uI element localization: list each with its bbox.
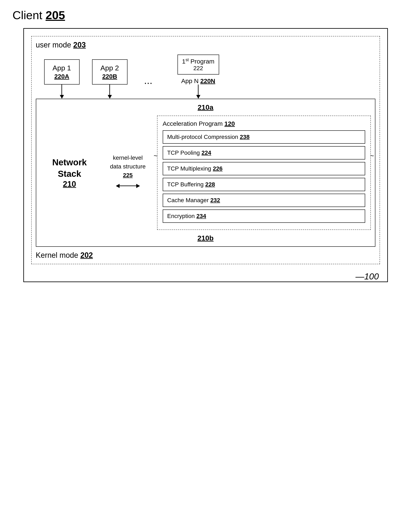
dashed-box: user mode 203 App 1 220A App 2 220B	[31, 36, 380, 264]
app2-arrow	[92, 85, 127, 99]
network-stack-col: NetworkStack 210	[40, 115, 99, 230]
module-list: Multi-protocol Compression 238 TCP Pooli…	[163, 130, 365, 223]
appn-arrow	[181, 85, 216, 99]
tilde-right-top: ~	[370, 152, 374, 160]
appn-label: App N 220N	[181, 77, 215, 85]
module-0: Multi-protocol Compression 238	[163, 130, 365, 144]
accel-title: Acceleration Program 120	[163, 120, 365, 127]
kernel-data-ref: 225	[123, 172, 133, 179]
apps-row: App 1 220A App 2 220B	[36, 55, 375, 99]
arrow-head-left	[116, 184, 120, 188]
app2-box: App 2 220B	[92, 59, 127, 85]
app1-group: App 1 220A	[44, 59, 80, 99]
module-5-name: Encryption	[167, 213, 195, 219]
module-0-ref: 238	[240, 134, 249, 140]
title-text: Client	[12, 9, 42, 22]
kernel-data-label: kernel-level data structure 225	[110, 153, 146, 180]
module-4: Cache Manager 232	[163, 194, 365, 207]
page-title: Client 205	[12, 8, 399, 22]
outer-box: user mode 203 App 1 220A App 2 220B	[23, 28, 388, 282]
module-4-ref: 232	[210, 197, 220, 204]
kernel-mode-label: Kernel mode 202	[36, 251, 375, 260]
app1-arrow	[44, 85, 80, 99]
app1-name: App 1	[51, 64, 73, 72]
interface-bottom: 210b	[40, 234, 371, 242]
module-1: TCP Pooling 224	[163, 146, 365, 160]
appn-group: 1st Program 222 App N 220N	[177, 55, 219, 99]
interface-bottom-ref: 210b	[198, 234, 214, 242]
arrow-head-right	[136, 184, 140, 188]
module-1-ref: 224	[201, 150, 211, 156]
module-1-name: TCP Pooling	[167, 150, 200, 156]
kernel-content: NetworkStack 210 kernel-level data struc…	[40, 115, 371, 230]
accel-col: ~ ~ Acceleration Program 120 Multi-proto…	[157, 115, 371, 230]
first-program-name: 1st Program	[182, 58, 215, 65]
module-2-name: TCP Multiplexing	[167, 165, 211, 172]
app1-ref: 220A	[51, 73, 73, 80]
accel-ref: 120	[224, 120, 235, 127]
network-stack-label: NetworkStack	[52, 157, 87, 180]
tilde-left-top: ~	[154, 152, 158, 160]
module-5-ref: 234	[196, 213, 206, 219]
app2-ref: 220B	[99, 73, 121, 80]
module-3-ref: 228	[205, 181, 215, 188]
interface-top: 210a	[40, 103, 371, 111]
app2-name: App 2	[99, 64, 121, 72]
app1-box: App 1 220A	[44, 59, 80, 85]
figure-number: 100	[364, 272, 379, 281]
module-3-name: TCP Buffering	[167, 181, 204, 188]
module-0-name: Multi-protocol Compression	[167, 134, 238, 140]
kernel-box: 210a NetworkStack 210 kernel-level	[36, 99, 375, 247]
horizontal-arrow	[116, 184, 140, 188]
superscript: st	[185, 57, 189, 62]
figure-label: —100	[24, 272, 387, 282]
middle-col: kernel-level data structure 225	[99, 115, 157, 230]
app2-group: App 2 220B	[92, 59, 127, 99]
module-2-ref: 226	[213, 165, 223, 172]
network-stack-ref: 210	[63, 180, 76, 189]
module-5: Encryption 234	[163, 209, 365, 223]
module-4-name: Cache Manager	[167, 197, 209, 204]
arrow-line-h	[120, 186, 136, 186]
dots: ...	[140, 71, 153, 99]
first-program-ref: 222	[193, 65, 203, 71]
module-3: TCP Buffering 228	[163, 178, 365, 191]
title-ref: 205	[46, 9, 65, 22]
interface-top-ref: 210a	[198, 103, 213, 111]
first-program-box: 1st Program 222	[177, 55, 219, 75]
user-mode-label: user mode 203	[36, 41, 375, 49]
module-2: TCP Multiplexing 226	[163, 162, 365, 175]
